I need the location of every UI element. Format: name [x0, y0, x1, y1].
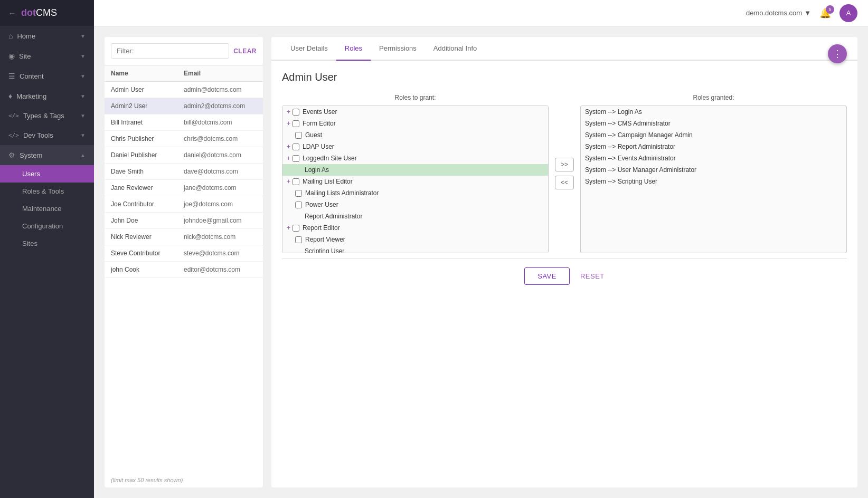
- role-checkbox[interactable]: [293, 178, 299, 185]
- fab-button[interactable]: ⋮: [828, 44, 847, 63]
- chevron-icon: ▲: [80, 152, 86, 158]
- user-list-panel: CLEAR Name Email Admin Useradmin@dotcms.…: [105, 37, 263, 487]
- role-item[interactable]: +Form Editor: [282, 118, 548, 129]
- role-item[interactable]: +LoggedIn Site User: [282, 152, 548, 164]
- table-row[interactable]: Joe Contributorjoe@dotcms.com: [105, 196, 263, 213]
- role-checkbox[interactable]: [293, 143, 299, 150]
- table-row[interactable]: Steve Contributorsteve@dotcms.com: [105, 245, 263, 262]
- sidebar-item-system[interactable]: ⚙ System ▲: [0, 145, 94, 165]
- sidebar-sub-roles-tools[interactable]: Roles & Tools: [0, 183, 94, 200]
- sidebar-item-home-label: Home: [17, 32, 35, 40]
- role-item[interactable]: +Events User: [282, 106, 548, 118]
- chevron-icon: ▼: [80, 113, 86, 119]
- granted-role-item[interactable]: System --> Login As: [581, 106, 846, 118]
- back-arrow-icon[interactable]: ←: [8, 9, 16, 17]
- role-checkbox[interactable]: [295, 236, 302, 243]
- table-row[interactable]: Nick Reviewernick@dotcms.com: [105, 229, 263, 245]
- transfer-left-button[interactable]: <<: [555, 176, 574, 189]
- col-name-header: Name: [111, 70, 184, 77]
- role-checkbox[interactable]: [295, 202, 302, 208]
- table-row[interactable]: Admin2 Useradmin2@dotcms.com: [105, 98, 263, 114]
- expand-icon[interactable]: +: [287, 178, 290, 185]
- save-button[interactable]: SAVE: [524, 267, 570, 285]
- role-checkbox[interactable]: [295, 190, 302, 197]
- chevron-icon: ▼: [80, 73, 86, 79]
- role-item[interactable]: +Mailing List Editor: [282, 176, 548, 187]
- sidebar-item-content[interactable]: ☰ Content ▼: [0, 66, 94, 86]
- table-row[interactable]: Bill Intranetbill@dotcms.com: [105, 114, 263, 131]
- role-item[interactable]: Guest: [282, 129, 548, 141]
- notification-bell[interactable]: 🔔 5: [819, 7, 831, 19]
- role-item[interactable]: Power User: [282, 199, 548, 210]
- sidebar: ← dotCMS ⌂ Home ▼ ◉ Site ▼ ☰ Content ▼ ♦…: [0, 0, 94, 498]
- sidebar-sub-sites[interactable]: Sites: [0, 235, 94, 252]
- roles-to-grant-list[interactable]: +Events User+Form EditorGuest+LDAP User+…: [282, 106, 549, 253]
- table-row[interactable]: john Cookeditor@dotcms.com: [105, 262, 263, 278]
- role-item[interactable]: +LDAP User: [282, 141, 548, 152]
- role-checkbox[interactable]: [293, 155, 299, 162]
- granted-role-item[interactable]: System --> Scripting User: [581, 176, 846, 187]
- chevron-icon: ▼: [80, 33, 86, 39]
- table-row[interactable]: Dave Smithdave@dotcms.com: [105, 164, 263, 180]
- reset-button[interactable]: RESET: [580, 272, 605, 280]
- role-checkbox[interactable]: [293, 109, 299, 116]
- role-checkbox[interactable]: [295, 132, 302, 139]
- granted-role-item[interactable]: System --> CMS Administrator: [581, 118, 846, 129]
- tab-permissions[interactable]: Permissions: [371, 37, 425, 61]
- domain-selector[interactable]: demo.dotcms.com ▼: [746, 9, 811, 17]
- expand-icon[interactable]: +: [287, 224, 290, 232]
- chevron-icon: ▼: [80, 53, 86, 59]
- roles-granted-list[interactable]: System --> Login AsSystem --> CMS Admini…: [580, 106, 847, 253]
- role-checkbox[interactable]: [293, 225, 299, 232]
- sidebar-item-content-label: Content: [20, 72, 44, 80]
- table-row[interactable]: Daniel Publisherdaniel@dotcms.com: [105, 147, 263, 164]
- table-row[interactable]: Admin Useradmin@dotcms.com: [105, 82, 263, 98]
- role-item[interactable]: Mailing Lists Administrator: [282, 187, 548, 199]
- sidebar-sub-users[interactable]: Users: [0, 165, 94, 183]
- granted-role-item[interactable]: System --> Campaign Manager Admin: [581, 129, 846, 141]
- roles-granted-label: Roles granted:: [580, 94, 847, 101]
- role-item[interactable]: Report Administrator: [282, 210, 548, 222]
- content-area: CLEAR Name Email Admin Useradmin@dotcms.…: [94, 26, 868, 498]
- sidebar-item-dev-tools[interactable]: </> Dev Tools ▼: [0, 126, 94, 145]
- tab-user-details[interactable]: User Details: [282, 37, 336, 61]
- role-item[interactable]: +Report Editor: [282, 222, 548, 234]
- sidebar-item-home[interactable]: ⌂ Home ▼: [0, 26, 94, 46]
- role-item[interactable]: Report Viewer: [282, 234, 548, 245]
- domain-chevron-icon: ▼: [804, 9, 811, 17]
- clear-button[interactable]: CLEAR: [233, 47, 257, 55]
- expand-icon[interactable]: +: [287, 120, 290, 127]
- sidebar-sub-maintenance[interactable]: Maintenance: [0, 200, 94, 217]
- tab-additional-info[interactable]: Additional Info: [425, 37, 485, 61]
- sidebar-item-types-tags[interactable]: </> Types & Tags ▼: [0, 106, 94, 126]
- notification-badge: 5: [826, 5, 834, 14]
- sidebar-item-site[interactable]: ◉ Site ▼: [0, 46, 94, 66]
- granted-role-item[interactable]: System --> User Manager Administrator: [581, 164, 846, 176]
- marketing-icon: ♦: [8, 92, 12, 100]
- table-row[interactable]: Chris Publisherchris@dotcms.com: [105, 131, 263, 147]
- role-item[interactable]: Login As: [282, 164, 548, 176]
- tab-roles[interactable]: Roles: [336, 37, 371, 61]
- sidebar-item-marketing-label: Marketing: [16, 92, 46, 100]
- granted-role-item[interactable]: System --> Report Administrator: [581, 141, 846, 152]
- avatar[interactable]: A: [839, 4, 857, 22]
- sidebar-sub-configuration[interactable]: Configuration: [0, 217, 94, 235]
- expand-icon[interactable]: +: [287, 108, 290, 116]
- limit-text: (limit max 50 results shown): [105, 473, 263, 487]
- granted-role-item[interactable]: System --> Events Administrator: [581, 152, 846, 164]
- expand-icon[interactable]: +: [287, 143, 290, 150]
- chevron-icon: ▼: [80, 132, 86, 138]
- table-row[interactable]: John Doejohndoe@gmail.com: [105, 213, 263, 229]
- expand-icon[interactable]: +: [287, 155, 290, 162]
- dev-tools-icon: </>: [8, 132, 19, 139]
- sidebar-item-marketing[interactable]: ♦ Marketing ▼: [0, 86, 94, 106]
- transfer-right-button[interactable]: >>: [555, 158, 574, 171]
- role-checkbox[interactable]: [293, 120, 299, 127]
- filter-bar: CLEAR: [105, 37, 263, 65]
- filter-input[interactable]: [111, 43, 229, 59]
- sidebar-item-system-label: System: [20, 151, 42, 159]
- table-row[interactable]: Jane Reviewerjane@dotcms.com: [105, 180, 263, 196]
- topbar: demo.dotcms.com ▼ 🔔 5 A: [94, 0, 868, 26]
- roles-to-grant-label: Roles to grant:: [282, 94, 549, 101]
- role-item[interactable]: Scripting User: [282, 245, 548, 253]
